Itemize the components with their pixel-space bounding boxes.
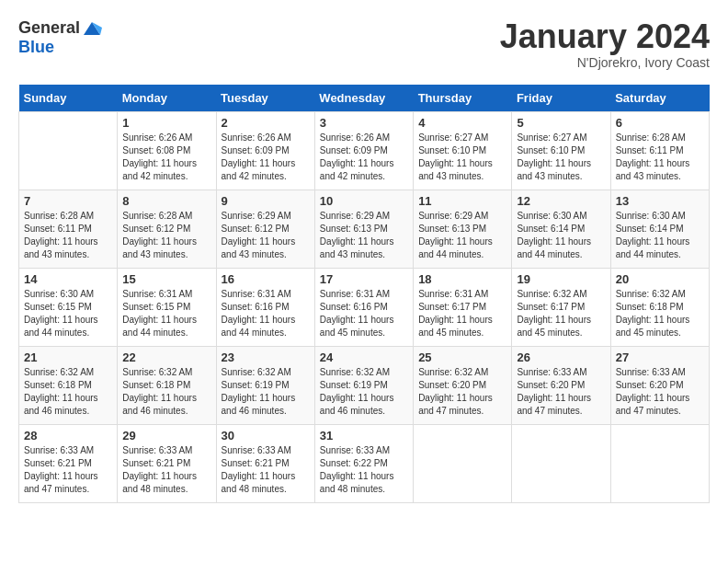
day-number: 19 [517,272,605,286]
day-info: Sunrise: 6:32 AMSunset: 6:18 PMDaylight:… [24,366,112,418]
day-number: 1 [122,116,210,130]
day-info: Sunrise: 6:30 AMSunset: 6:14 PMDaylight:… [517,210,605,261]
calendar-cell: 4Sunrise: 6:27 AMSunset: 6:10 PMDaylight… [414,111,512,190]
day-number: 22 [122,350,210,364]
day-number: 16 [222,272,310,286]
calendar-cell: 11Sunrise: 6:29 AMSunset: 6:13 PMDayligh… [414,190,512,268]
day-info: Sunrise: 6:30 AMSunset: 6:15 PMDaylight:… [24,288,112,339]
day-number: 28 [24,429,112,442]
day-info: Sunrise: 6:33 AMSunset: 6:20 PMDaylight:… [517,366,605,418]
calendar-cell: 31Sunrise: 6:33 AMSunset: 6:22 PMDayligh… [314,424,413,502]
day-number: 27 [616,350,704,364]
day-info: Sunrise: 6:32 AMSunset: 6:19 PMDaylight:… [320,366,408,418]
day-number: 12 [517,194,605,208]
day-info: Sunrise: 6:33 AMSunset: 6:22 PMDaylight:… [320,444,408,496]
day-number: 2 [222,116,310,130]
day-info: Sunrise: 6:33 AMSunset: 6:21 PMDaylight:… [24,444,112,496]
calendar-cell: 16Sunrise: 6:31 AMSunset: 6:16 PMDayligh… [216,268,314,346]
day-info: Sunrise: 6:30 AMSunset: 6:14 PMDaylight:… [616,210,704,261]
day-info: Sunrise: 6:33 AMSunset: 6:20 PMDaylight:… [616,366,704,418]
day-number: 17 [320,272,408,286]
day-info: Sunrise: 6:31 AMSunset: 6:15 PMDaylight:… [122,288,210,339]
calendar-cell: 19Sunrise: 6:32 AMSunset: 6:17 PMDayligh… [512,268,610,346]
day-of-week-header: Sunday [19,85,118,112]
day-info: Sunrise: 6:32 AMSunset: 6:19 PMDaylight:… [222,366,310,418]
calendar-cell: 18Sunrise: 6:31 AMSunset: 6:17 PMDayligh… [414,268,512,346]
day-info: Sunrise: 6:32 AMSunset: 6:18 PMDaylight:… [616,288,704,339]
calendar-week-row: 28Sunrise: 6:33 AMSunset: 6:21 PMDayligh… [19,424,710,502]
day-number: 24 [320,350,408,364]
day-number: 3 [320,116,408,130]
calendar-table: SundayMondayTuesdayWednesdayThursdayFrid… [18,85,710,503]
day-number: 23 [222,350,310,364]
calendar-cell: 10Sunrise: 6:29 AMSunset: 6:13 PMDayligh… [314,190,413,268]
day-number: 25 [418,350,506,364]
calendar-cell: 21Sunrise: 6:32 AMSunset: 6:18 PMDayligh… [19,346,118,424]
logo-icon [82,18,102,39]
day-info: Sunrise: 6:33 AMSunset: 6:21 PMDaylight:… [122,444,210,496]
day-of-week-header: Tuesday [216,85,314,112]
calendar-cell: 8Sunrise: 6:28 AMSunset: 6:12 PMDaylight… [118,190,216,268]
day-number: 14 [24,272,112,286]
calendar-cell: 14Sunrise: 6:30 AMSunset: 6:15 PMDayligh… [19,268,118,346]
calendar-week-row: 21Sunrise: 6:32 AMSunset: 6:18 PMDayligh… [19,346,710,424]
day-number: 21 [24,350,112,364]
calendar-cell: 9Sunrise: 6:29 AMSunset: 6:12 PMDaylight… [216,190,314,268]
day-number: 5 [517,116,605,130]
calendar-cell: 26Sunrise: 6:33 AMSunset: 6:20 PMDayligh… [512,346,610,424]
day-info: Sunrise: 6:29 AMSunset: 6:12 PMDaylight:… [222,210,310,261]
day-number: 6 [616,116,704,130]
calendar-cell: 30Sunrise: 6:33 AMSunset: 6:21 PMDayligh… [216,424,314,502]
day-number: 7 [24,194,112,208]
day-info: Sunrise: 6:28 AMSunset: 6:11 PMDaylight:… [24,210,112,261]
day-info: Sunrise: 6:28 AMSunset: 6:11 PMDaylight:… [616,132,704,183]
day-info: Sunrise: 6:28 AMSunset: 6:12 PMDaylight:… [122,210,210,261]
calendar-cell: 3Sunrise: 6:26 AMSunset: 6:09 PMDaylight… [314,111,413,190]
logo-general-text: General [18,19,80,38]
calendar-cell: 20Sunrise: 6:32 AMSunset: 6:18 PMDayligh… [610,268,709,346]
calendar-cell: 28Sunrise: 6:33 AMSunset: 6:21 PMDayligh… [19,424,118,502]
title-block: January 2024 N'Djorekro, Ivory Coast [500,18,710,70]
day-number: 29 [122,429,210,442]
month-title: January 2024 [500,18,710,55]
day-info: Sunrise: 6:31 AMSunset: 6:17 PMDaylight:… [418,288,506,339]
calendar-cell: 23Sunrise: 6:32 AMSunset: 6:19 PMDayligh… [216,346,314,424]
calendar-header-row: SundayMondayTuesdayWednesdayThursdayFrid… [19,85,710,112]
logo-blue-text: Blue [18,39,102,57]
day-info: Sunrise: 6:26 AMSunset: 6:09 PMDaylight:… [320,132,408,183]
calendar-week-row: 7Sunrise: 6:28 AMSunset: 6:11 PMDaylight… [19,190,710,268]
day-info: Sunrise: 6:26 AMSunset: 6:08 PMDaylight:… [122,132,210,183]
location-subtitle: N'Djorekro, Ivory Coast [500,55,710,70]
day-info: Sunrise: 6:32 AMSunset: 6:18 PMDaylight:… [122,366,210,418]
day-number: 30 [222,429,310,442]
day-info: Sunrise: 6:31 AMSunset: 6:16 PMDaylight:… [222,288,310,339]
calendar-cell: 22Sunrise: 6:32 AMSunset: 6:18 PMDayligh… [118,346,216,424]
day-number: 20 [616,272,704,286]
calendar-cell: 12Sunrise: 6:30 AMSunset: 6:14 PMDayligh… [512,190,610,268]
calendar-cell [19,111,118,190]
day-number: 15 [122,272,210,286]
day-info: Sunrise: 6:29 AMSunset: 6:13 PMDaylight:… [320,210,408,261]
calendar-cell: 17Sunrise: 6:31 AMSunset: 6:16 PMDayligh… [314,268,413,346]
day-info: Sunrise: 6:27 AMSunset: 6:10 PMDaylight:… [517,132,605,183]
calendar-cell: 1Sunrise: 6:26 AMSunset: 6:08 PMDaylight… [118,111,216,190]
calendar-cell: 25Sunrise: 6:32 AMSunset: 6:20 PMDayligh… [414,346,512,424]
calendar-cell: 27Sunrise: 6:33 AMSunset: 6:20 PMDayligh… [610,346,709,424]
calendar-cell [512,424,610,502]
calendar-cell [414,424,512,502]
calendar-cell: 24Sunrise: 6:32 AMSunset: 6:19 PMDayligh… [314,346,413,424]
calendar-cell: 7Sunrise: 6:28 AMSunset: 6:11 PMDaylight… [19,190,118,268]
logo: General Blue [18,18,102,57]
day-of-week-header: Wednesday [314,85,413,112]
day-of-week-header: Saturday [610,85,709,112]
calendar-cell: 2Sunrise: 6:26 AMSunset: 6:09 PMDaylight… [216,111,314,190]
day-info: Sunrise: 6:33 AMSunset: 6:21 PMDaylight:… [222,444,310,496]
day-info: Sunrise: 6:32 AMSunset: 6:17 PMDaylight:… [517,288,605,339]
day-of-week-header: Friday [512,85,610,112]
day-number: 26 [517,350,605,364]
calendar-cell: 6Sunrise: 6:28 AMSunset: 6:11 PMDaylight… [610,111,709,190]
day-info: Sunrise: 6:29 AMSunset: 6:13 PMDaylight:… [418,210,506,261]
day-number: 10 [320,194,408,208]
calendar-week-row: 14Sunrise: 6:30 AMSunset: 6:15 PMDayligh… [19,268,710,346]
day-number: 8 [122,194,210,208]
